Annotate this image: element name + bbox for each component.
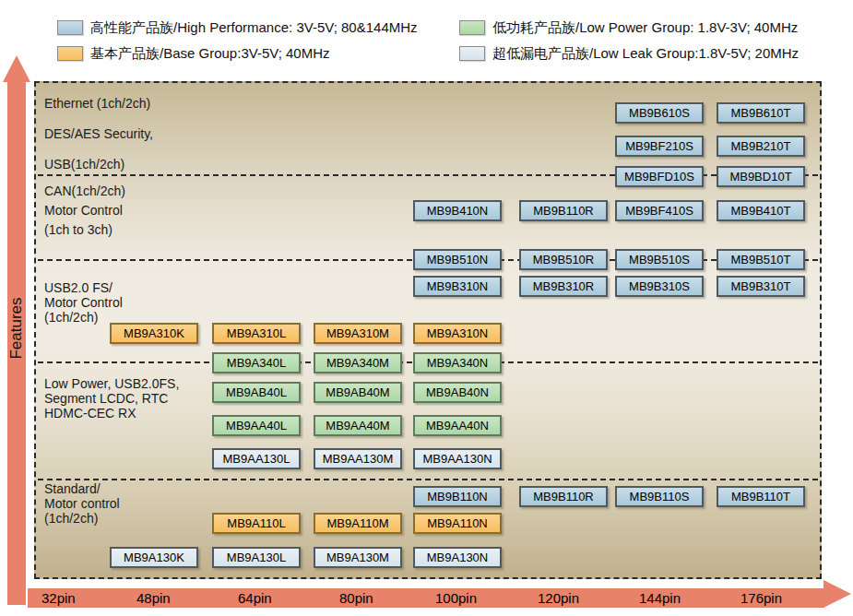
section-label-ethernet-usb: Ethernet (1ch/2ch) DES/AES Security, USB… xyxy=(44,89,153,180)
chip-MB9A130K: MB9A130K xyxy=(110,547,198,568)
chip-MB9B310R: MB9B310R xyxy=(519,276,608,297)
legend-item-base: 基本产品族/Base Group:3V-5V; 40MHz xyxy=(57,44,330,63)
chip-MB9A110M: MB9A110M xyxy=(314,513,402,534)
pin-label-64pin: 64pin xyxy=(238,590,272,606)
chip-MB9AA40L: MB9AA40L xyxy=(212,415,301,436)
product-roadmap-diagram: 高性能产品族/High Performance: 3V-5V; 80&144MH… xyxy=(0,0,853,616)
legend-swatch-lowpower xyxy=(459,20,485,35)
pin-label-48pin: 48pin xyxy=(136,590,171,606)
chip-MB9A310K: MB9A310K xyxy=(110,323,198,344)
chip-MB9B510T: MB9B510T xyxy=(717,249,805,270)
chip-MB9A110L: MB9A110L xyxy=(212,513,301,534)
section-label-can-motor: CAN(1ch/2ch) Motor Control (1ch to 3ch) xyxy=(44,182,125,240)
legend-item-hp: 高性能产品族/High Performance: 3V-5V; 80&144MH… xyxy=(57,18,418,37)
chip-MB9B110R: MB9B110R xyxy=(519,486,608,507)
chip-MB9B110T: MB9B110T xyxy=(717,486,805,507)
chip-MB9A310M: MB9A310M xyxy=(314,323,402,344)
pin-label-32pin: 32pin xyxy=(41,590,76,606)
legend-swatch-base xyxy=(57,46,83,61)
pin-label-144pin: 144pin xyxy=(639,590,681,606)
pin-label-120pin: 120pin xyxy=(538,590,579,606)
chip-MB9B410T: MB9B410T xyxy=(717,200,805,221)
chip-MB9BF210S: MB9BF210S xyxy=(615,136,704,157)
features-axis-label: Features xyxy=(7,297,26,359)
chip-MB9AA40M: MB9AA40M xyxy=(314,415,402,436)
chip-MB9B410N: MB9B410N xyxy=(413,200,502,221)
chip-MB9BD10T: MB9BD10T xyxy=(717,166,805,187)
chip-MB9B310S: MB9B310S xyxy=(615,276,704,297)
chip-MB9A310N: MB9A310N xyxy=(413,323,502,344)
chip-MB9B510N: MB9B510N xyxy=(413,249,502,270)
chip-MB9AB40N: MB9AB40N xyxy=(413,382,502,403)
chip-MB9B210T: MB9B210T xyxy=(717,136,805,157)
chip-MB9AA130L: MB9AA130L xyxy=(212,448,301,469)
legend-item-lowleak: 超低漏电产品族/Low Leak Group:1.8V-5V; 20MHz xyxy=(459,44,799,63)
chip-MB9BFD10S: MB9BFD10S xyxy=(615,166,704,187)
chip-MB9A340L: MB9A340L xyxy=(212,352,301,373)
chip-MB9B310T: MB9B310T xyxy=(717,276,805,297)
features-axis-arrow-icon xyxy=(3,55,30,82)
chip-MB9B310N: MB9B310N xyxy=(413,276,502,297)
chip-MB9AA40N: MB9AA40N xyxy=(413,415,502,436)
section-label-low-power: Low Power, USB2.0FS, Segment LCDC, RTC H… xyxy=(44,376,179,421)
chip-MB9AB40M: MB9AB40M xyxy=(314,382,402,403)
section-label-standard: Standard/ Motor control (1ch/2ch) xyxy=(44,481,120,526)
legend-swatch-lowleak xyxy=(459,46,485,61)
chip-MB9A130L: MB9A130L xyxy=(212,547,301,568)
legend-swatch-hp xyxy=(57,20,83,35)
section-divider xyxy=(38,479,818,480)
chip-MB9BF410S: MB9BF410S xyxy=(615,200,704,221)
legend-label: 高性能产品族/High Performance: 3V-5V; 80&144MH… xyxy=(90,19,418,37)
chip-MB9AB40L: MB9AB40L xyxy=(212,382,301,403)
chip-MB9B510R: MB9B510R xyxy=(519,249,608,270)
legend-item-lowpower: 低功耗产品族/Low Power Group: 1.8V-3V; 40MHz xyxy=(459,18,798,37)
section-label-usb20fs-motor: USB2.0 FS/ Motor Control (1ch/2ch) xyxy=(44,280,123,325)
chip-MB9B510S: MB9B510S xyxy=(615,249,704,270)
chip-MB9B110N: MB9B110N xyxy=(413,486,502,507)
chip-MB9A310L: MB9A310L xyxy=(212,323,301,344)
pin-label-80pin: 80pin xyxy=(339,590,373,606)
legend-label: 超低漏电产品族/Low Leak Group:1.8V-5V; 20MHz xyxy=(492,45,799,63)
chip-MB9AA130M: MB9AA130M xyxy=(314,448,402,469)
chip-MB9B610S: MB9B610S xyxy=(615,102,704,124)
chip-MB9A340M: MB9A340M xyxy=(314,352,402,373)
pin-label-176pin: 176pin xyxy=(740,590,782,606)
chip-MB9A130M: MB9A130M xyxy=(314,547,402,568)
pins-axis-arrow-icon xyxy=(823,580,851,608)
legend-label: 基本产品族/Base Group:3V-5V; 40MHz xyxy=(90,45,330,63)
legend-label: 低功耗产品族/Low Power Group: 1.8V-3V; 40MHz xyxy=(492,19,798,37)
chip-MB9A340N: MB9A340N xyxy=(413,352,502,373)
chip-MB9B610T: MB9B610T xyxy=(717,102,805,124)
chip-MB9A130N: MB9A130N xyxy=(413,547,502,568)
chip-MB9B110R: MB9B110R xyxy=(519,200,608,221)
chip-MB9B110S: MB9B110S xyxy=(615,486,704,507)
chip-MB9AA130N: MB9AA130N xyxy=(413,448,502,469)
chip-MB9A110N: MB9A110N xyxy=(413,513,502,534)
pin-label-100pin: 100pin xyxy=(435,590,477,606)
